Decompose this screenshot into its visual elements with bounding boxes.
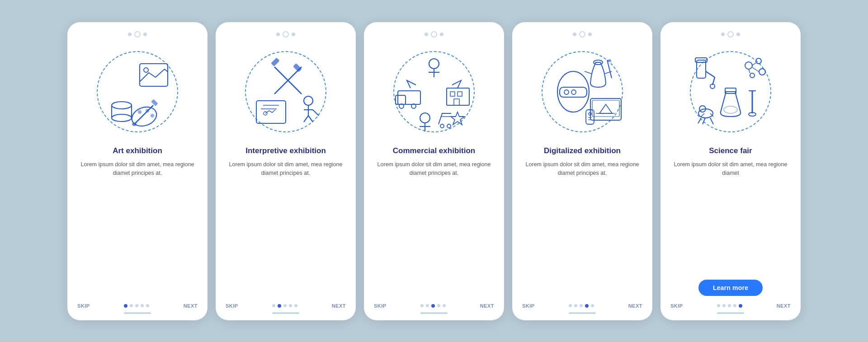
phone-card-art: Art exhibition Lorem ipsum dolor sit dim… [67, 22, 208, 320]
bottom-nav-interpretive: SKIP NEXT [226, 300, 346, 309]
card-title-interpretive: Interpretive exhibition [245, 146, 326, 156]
top-camera [727, 31, 734, 37]
svg-line-81 [710, 118, 713, 124]
top-dot [721, 33, 725, 36]
dot-2 [431, 304, 435, 308]
top-camera [134, 31, 141, 37]
skip-button-science[interactable]: SKIP [670, 303, 683, 309]
top-bar [670, 31, 791, 37]
skip-button-commercial[interactable]: SKIP [374, 303, 387, 309]
skip-button-interpretive[interactable]: SKIP [226, 303, 238, 309]
dots-digitalized [569, 304, 594, 308]
svg-line-72 [752, 67, 759, 72]
dot-3 [141, 304, 144, 307]
svg-line-26 [313, 110, 319, 116]
svg-line-73 [749, 69, 750, 73]
svg-rect-74 [725, 88, 736, 94]
svg-rect-15 [271, 57, 280, 66]
dot-3 [585, 304, 589, 308]
svg-line-24 [304, 116, 308, 122]
commercial-illustration-icon [389, 47, 479, 137]
next-button-science[interactable]: NEXT [777, 303, 791, 309]
card-desc-digitalized: Lorem ipsum dolor sit dim amet, mea regi… [522, 160, 642, 294]
svg-point-1 [144, 68, 148, 72]
illustration-digitalized [533, 42, 632, 141]
digitalized-illustration-icon [537, 47, 627, 137]
top-dot [128, 33, 132, 36]
dot-1 [722, 304, 726, 307]
svg-line-10 [135, 105, 153, 123]
card-desc-commercial: Lorem ipsum dolor sit dim amet, mea regi… [374, 160, 494, 294]
science-illustration-icon [685, 47, 776, 137]
card-desc-interpretive: Lorem ipsum dolor sit dim amet, mea regi… [226, 160, 346, 294]
dots-commercial [420, 304, 446, 308]
bottom-nav-science: SKIP NEXT [670, 300, 791, 309]
svg-point-11 [132, 122, 137, 126]
svg-point-75 [724, 106, 737, 113]
dot-3 [289, 304, 292, 307]
svg-marker-41 [451, 112, 464, 125]
svg-rect-35 [450, 92, 455, 96]
next-button-interpretive[interactable]: NEXT [332, 303, 346, 309]
dot-2 [135, 304, 138, 307]
dot-1 [574, 304, 577, 307]
next-button-digitalized[interactable]: NEXT [628, 303, 642, 309]
dot-2 [283, 304, 287, 307]
next-button-commercial[interactable]: NEXT [480, 303, 494, 309]
dot-4 [294, 304, 297, 307]
skip-button-art[interactable]: SKIP [77, 303, 90, 309]
svg-line-80 [703, 118, 705, 124]
illustration-art [88, 42, 187, 141]
top-camera [431, 31, 437, 37]
dot-0 [717, 304, 720, 307]
svg-point-48 [571, 90, 576, 94]
svg-rect-37 [454, 99, 459, 105]
svg-rect-30 [398, 91, 420, 104]
svg-point-44 [447, 124, 451, 128]
svg-line-71 [752, 63, 756, 66]
svg-rect-46 [560, 87, 587, 97]
svg-rect-36 [458, 92, 462, 96]
dot-1 [278, 304, 281, 308]
bottom-nav-commercial: SKIP NEXT [374, 300, 494, 309]
svg-point-21 [304, 96, 313, 105]
card-desc-science: Lorem ipsum dolor sit dim amet, mea regi… [670, 160, 791, 273]
top-dot [276, 33, 280, 36]
svg-rect-54 [590, 98, 621, 120]
svg-line-82 [698, 118, 701, 123]
skip-button-digitalized[interactable]: SKIP [522, 303, 535, 309]
dot-2 [580, 304, 583, 307]
svg-point-9 [151, 114, 154, 117]
illustration-interpretive [236, 42, 335, 141]
dots-interpretive [272, 304, 297, 308]
card-title-commercial: Commercial exhibition [393, 146, 475, 156]
dot-4 [146, 304, 149, 307]
svg-point-69 [759, 69, 765, 75]
card-title-art: Art exhibition [113, 146, 162, 156]
card-title-digitalized: Digitalized exhibition [544, 146, 621, 156]
illustration-science [681, 42, 780, 141]
svg-point-67 [745, 62, 752, 69]
top-dot [588, 33, 592, 36]
dot-0 [272, 304, 275, 307]
bottom-indicator-digitalized [569, 312, 596, 314]
svg-point-38 [420, 113, 430, 123]
learn-more-button[interactable]: Learn more [698, 280, 763, 296]
bottom-indicator-interpretive [272, 312, 299, 314]
svg-point-2 [112, 114, 132, 122]
art-illustration-icon [97, 51, 178, 132]
dot-3 [437, 304, 440, 307]
svg-point-68 [756, 58, 761, 64]
next-button-art[interactable]: NEXT [184, 303, 198, 309]
svg-line-25 [308, 116, 313, 122]
top-bar [226, 31, 346, 37]
svg-rect-0 [140, 64, 168, 86]
svg-point-47 [564, 90, 569, 94]
phone-card-digitalized: Digitalized exhibition Lorem ipsum dolor… [512, 22, 652, 320]
dot-4 [591, 304, 594, 307]
bottom-indicator-art [124, 312, 151, 314]
svg-point-27 [429, 59, 439, 69]
phone-card-commercial: Commercial exhibition Lorem ipsum dolor … [364, 22, 504, 320]
svg-line-83 [701, 113, 704, 117]
top-bar [374, 31, 494, 37]
